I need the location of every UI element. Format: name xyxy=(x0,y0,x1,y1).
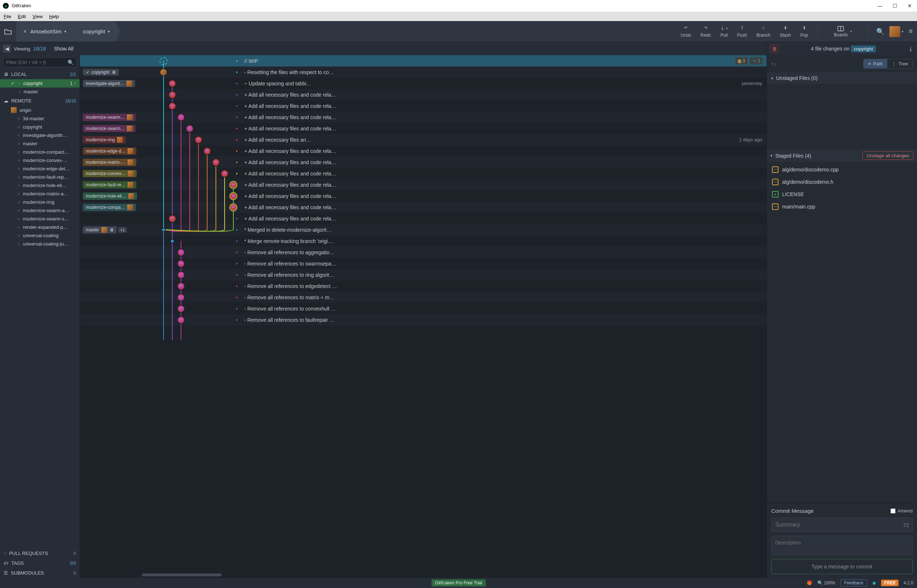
section-tags[interactable]: 🏷 TAGS 0/0 xyxy=(0,558,79,568)
pop-button[interactable]: ⬆Pop xyxy=(800,26,808,38)
section-pull-requests[interactable]: ⑂ PULL REQUESTS 0 xyxy=(0,548,79,558)
remote-origin[interactable]: origin xyxy=(0,106,79,115)
commit-row[interactable]: 👾+ Add all necessary files and code rela… xyxy=(80,100,766,111)
menu-help[interactable]: Help xyxy=(48,13,60,20)
sort-icon[interactable]: ↑↓ xyxy=(771,61,776,67)
commit-row[interactable]: modernize-compa…👾+ Add all necessary fil… xyxy=(80,202,766,213)
commit-row[interactable]: * Merge remote-tracking branch 'origi… xyxy=(80,235,766,247)
section-local[interactable]: 🖥 LOCAL 2/2 xyxy=(0,69,79,79)
remote-branch[interactable]: ⑂modernize-ring xyxy=(0,198,79,206)
trial-pill[interactable]: GitKraken Pro Free Trial xyxy=(431,579,486,586)
branch-label[interactable]: modernize-hole-eli… xyxy=(83,192,137,200)
remote-branch[interactable]: ⑂render-expanded-p… xyxy=(0,223,79,231)
tree-view-button[interactable]: ⋮Tree xyxy=(887,59,912,68)
commit-row[interactable]: 👾- Remove all references to swarmsepa… xyxy=(80,258,766,269)
branch-label[interactable]: modernize-compa… xyxy=(83,204,136,211)
branch-label[interactable]: modernize-edge-d… xyxy=(83,147,136,155)
zoom-indicator[interactable]: 🔍 100% xyxy=(817,580,835,585)
branch-label[interactable]: master🖥 xyxy=(83,226,117,234)
remote-branch[interactable]: ⑂modernize-fault-rep… xyxy=(0,173,79,181)
amend-checkbox[interactable]: Amend xyxy=(891,508,913,514)
remote-branch[interactable]: ⑂3d-master xyxy=(0,115,79,123)
commit-row[interactable]: modernize-ring👾+ Add all necessary files… xyxy=(80,134,766,145)
menu-view[interactable]: View xyxy=(31,13,44,20)
commit-row[interactable]: 👾- Remove all references to matrix + m… xyxy=(80,292,766,303)
commit-row[interactable]: master🖥+1* Merged in delete-modernize-al… xyxy=(80,224,766,235)
commit-row[interactable]: 👾- Remove all references to edgedetect … xyxy=(80,280,766,292)
unstage-all-button[interactable]: Unstage all changes xyxy=(862,152,913,160)
local-branch-copyright[interactable]: ✔ ⑂ copyright 1 ↑ xyxy=(0,79,79,87)
commit-row[interactable]: 👾- Remove all references to convexhull … xyxy=(80,303,766,314)
more-refs-badge[interactable]: +1 xyxy=(118,227,127,233)
unstaged-section[interactable]: ▾ Unstaged Files (0) xyxy=(767,72,917,84)
commit-row[interactable]: 👾- Remove all references to aggregatio… xyxy=(80,247,766,258)
branch-label[interactable]: ✔copyright🖥 xyxy=(83,69,119,76)
commit-row[interactable]: modernize-matrix-…👾+ Add all necessary f… xyxy=(80,157,766,168)
horizontal-scrollbar[interactable] xyxy=(142,573,766,577)
remote-branch[interactable]: ⑂master xyxy=(0,139,79,148)
boards-button[interactable]: Boards ▾ xyxy=(827,26,859,37)
commit-row[interactable]: 👾+ Add all necessary files and code rela… xyxy=(80,89,766,100)
breadcrumb-repo[interactable]: × AmoebotSim ▾ xyxy=(16,21,72,42)
hamburger-menu-icon[interactable]: ≡ xyxy=(909,27,913,35)
commit-row[interactable]: ✔copyright🖥- Resetting the files with re… xyxy=(80,66,766,78)
close-repo-icon[interactable]: × xyxy=(23,28,26,35)
stash-button[interactable]: ⬇Stash xyxy=(779,26,791,38)
remote-branch[interactable]: ⑂modernize-swarm-a… xyxy=(0,206,79,215)
branch-label[interactable]: modernize-swarm… xyxy=(83,125,136,132)
remote-branch[interactable]: ⑂modernize-hole-eli… xyxy=(0,181,79,190)
remote-branch[interactable]: ⑂modernize-convex-… xyxy=(0,156,79,165)
commit-row[interactable]: 👾- Remove all references to ring algorit… xyxy=(80,269,766,280)
commit-row[interactable]: 👾- Remove all references to faultrepair … xyxy=(80,314,766,325)
branch-label[interactable]: modernize-fault-re… xyxy=(83,181,136,189)
section-submodules[interactable]: ☰ SUBMODULES 0 xyxy=(0,568,79,578)
gift-icon[interactable]: 🎁 xyxy=(807,580,812,585)
menu-file[interactable]: File xyxy=(2,13,13,20)
section-remote[interactable]: ☁ REMOTE 16/16 xyxy=(0,96,79,106)
breadcrumb-branch[interactable]: copyright ▾ xyxy=(72,21,115,42)
search-icon[interactable]: 🔍 xyxy=(876,27,884,36)
minimize-button[interactable]: — xyxy=(877,3,883,9)
commit-summary-input[interactable] xyxy=(771,517,913,532)
commit-row[interactable]: modernize-fault-re…👾+ Add all necessary … xyxy=(80,179,766,190)
remote-branch[interactable]: ⑂modernize-edge-det… xyxy=(0,165,79,173)
download-icon[interactable]: ⭳ xyxy=(908,46,913,52)
feedback-button[interactable]: Feedback xyxy=(840,579,868,586)
remote-branch[interactable]: ⑂investigate-algorith… xyxy=(0,131,79,139)
remote-branch[interactable]: ⑂copyright xyxy=(0,123,79,131)
branch-label[interactable]: investigate-algorit… xyxy=(83,80,135,87)
branch-label[interactable]: modernize-swarm… xyxy=(83,114,136,121)
remote-branch[interactable]: ⑂universal-coating-ju… xyxy=(0,240,79,248)
repo-picker-button[interactable] xyxy=(0,21,16,42)
pull-button[interactable]: ⭳▾Pull xyxy=(720,26,727,38)
branch-label[interactable]: modernize-ring xyxy=(83,136,126,144)
commit-row[interactable]: modernize-edge-d…👾+ Add all necessary fi… xyxy=(80,145,766,157)
close-button[interactable]: ✕ xyxy=(907,3,912,9)
branch-label[interactable]: modernize-matrix-… xyxy=(83,159,136,166)
staged-file[interactable]: +LICENSE xyxy=(767,188,917,200)
discard-button[interactable]: 🗑 xyxy=(771,45,779,53)
branch-label[interactable]: modernize-convex… xyxy=(83,170,137,177)
path-view-button[interactable]: ≡Path xyxy=(864,59,887,68)
menu-edit[interactable]: Edit xyxy=(16,13,27,20)
commit-graph[interactable]: // WIP▦ 3＋ 1✔copyright🖥- Resetting the f… xyxy=(80,55,766,578)
commit-row[interactable]: 👾+ Add all necessary files and code rela… xyxy=(80,213,766,224)
back-button[interactable]: ◀ xyxy=(3,45,11,53)
commit-row[interactable]: modernize-hole-eli…👾+ Add all necessary … xyxy=(80,190,766,202)
remote-branch[interactable]: ⑂modernize-compact… xyxy=(0,148,79,156)
staged-file[interactable]: ⋯main/main.cpp xyxy=(767,200,917,213)
commit-row[interactable]: investigate-algorit…👾~ Update spacing an… xyxy=(80,78,766,89)
staged-section[interactable]: ▾ Staged Files (4) Unstage all changes xyxy=(767,149,917,162)
commit-row[interactable]: modernize-convex…👾+ Add all necessary fi… xyxy=(80,168,766,179)
user-menu[interactable]: ▾ xyxy=(889,26,904,37)
remote-branch[interactable]: ⑂modernize-swarm-s… xyxy=(0,215,79,223)
undo-button[interactable]: ↶Undo xyxy=(681,26,691,38)
commit-row[interactable]: modernize-swarm…👾+ Add all necessary fil… xyxy=(80,123,766,134)
remote-branch[interactable]: ⑂universal-coating xyxy=(0,231,79,240)
redo-button[interactable]: ↷Redo xyxy=(700,26,711,38)
show-all-button[interactable]: Show All xyxy=(54,46,77,52)
local-branch-master[interactable]: ⑂ master xyxy=(0,87,79,96)
commit-button[interactable]: Type a message to commit xyxy=(771,559,913,574)
branch-button[interactable]: ⑂Branch xyxy=(757,26,770,38)
maximize-button[interactable]: ☐ xyxy=(893,3,898,9)
